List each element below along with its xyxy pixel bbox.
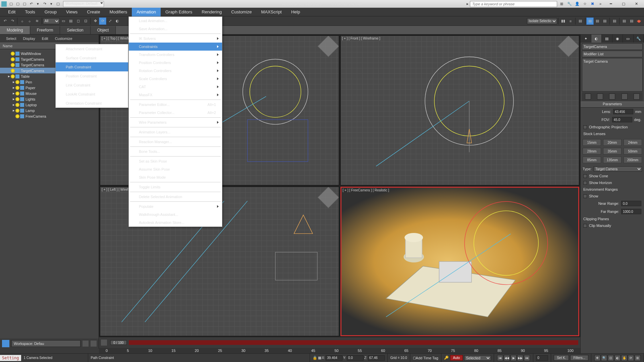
expand-icon[interactable]: ▸	[12, 80, 15, 84]
tree-item[interactable]: FreeCamera	[0, 113, 99, 119]
stack-item[interactable]: Target Camera	[583, 59, 641, 63]
create-tab[interactable]: ✦	[581, 35, 591, 43]
menu-item[interactable]: Save Animation...	[129, 25, 222, 33]
show-result-icon[interactable]	[597, 94, 603, 100]
visibility-icon[interactable]	[11, 63, 15, 67]
play-icon[interactable]: ▶	[511, 355, 517, 361]
zoom-extents-icon[interactable]: ⊡	[608, 355, 614, 361]
key-filter-dropdown[interactable]: Selected	[464, 355, 491, 361]
time-tag[interactable]: ▢ Add Time Tag	[410, 354, 441, 362]
menu-item[interactable]: MassFX	[129, 91, 222, 99]
move-icon[interactable]: ✥	[92, 17, 99, 25]
expand-icon[interactable]: ▸	[12, 91, 15, 96]
visibility-icon[interactable]	[11, 57, 15, 61]
workspace-dropdown[interactable]: Workspace: Default	[63, 1, 104, 7]
time-track[interactable]	[129, 340, 578, 345]
ortho-checkbox[interactable]	[583, 125, 587, 129]
se-menu-customize[interactable]: Customize	[52, 37, 76, 41]
configure-icon[interactable]	[634, 94, 640, 100]
menu-maxscript[interactable]: MAXScript	[257, 8, 286, 16]
max-toggle-icon[interactable]: ⊞	[635, 355, 641, 361]
menu-item[interactable]: Surface Constraint	[56, 53, 128, 62]
auto-key-button[interactable]: Auto	[450, 355, 463, 361]
menu-item[interactable]: Animation Layers...	[129, 128, 222, 136]
pan-view-icon[interactable]: ✋	[621, 355, 627, 361]
person-icon[interactable]	[91, 341, 97, 347]
pin-icon[interactable]	[585, 94, 591, 100]
grid-icon[interactable]: ⊞	[558, 1, 565, 7]
rotate-icon[interactable]: ⟳	[99, 17, 106, 25]
lens-input[interactable]	[613, 109, 633, 114]
layer-icon[interactable]: ▤	[577, 17, 584, 25]
goto-end-icon[interactable]: ⏭	[524, 355, 530, 361]
menu-item[interactable]: Position Constraint	[56, 71, 128, 80]
save-icon[interactable]: ▢	[21, 1, 28, 7]
new-icon[interactable]: ▢	[8, 1, 14, 7]
menu-item[interactable]: Toggle Limits	[129, 183, 222, 191]
selection-filter[interactable]: All	[43, 18, 60, 24]
scale-icon[interactable]: ⤢	[106, 17, 114, 25]
menu-item[interactable]: Path Constraint	[56, 62, 128, 71]
modify-tab[interactable]: ◐	[591, 35, 602, 43]
se-menu-select[interactable]: Select	[3, 37, 20, 41]
more-icon[interactable]: »	[597, 1, 604, 7]
menu-item[interactable]: Load Animation...	[129, 17, 222, 25]
menu-item[interactable]: Scale Controllers	[129, 75, 222, 83]
menu-item[interactable]: Walkthrough Assistant...	[129, 210, 222, 219]
key-filters-button[interactable]: Filters...	[570, 355, 588, 361]
material-editor-icon[interactable]: ▤	[601, 17, 608, 25]
showhorizon-checkbox[interactable]	[583, 181, 587, 185]
close-button[interactable]: ✕	[631, 1, 642, 7]
ribbon-tab-object[interactable]: Object	[91, 26, 116, 34]
undo-drop-icon[interactable]: ▾	[35, 1, 41, 7]
align-icon[interactable]: ≡	[567, 17, 574, 25]
lock-icon[interactable]: 🔒	[313, 356, 317, 360]
lens-preset-button[interactable]: 28mm	[583, 148, 601, 155]
near-range-input[interactable]	[621, 201, 641, 206]
se-menu-edit[interactable]: Edit	[39, 37, 52, 41]
link-icon[interactable]: ▢	[55, 1, 61, 7]
mirror-icon[interactable]: ▮▮	[559, 17, 567, 25]
menu-item[interactable]: Parameter Editor...Alt+1	[129, 101, 222, 109]
display-tab[interactable]: ▭	[623, 35, 634, 43]
lens-preset-button[interactable]: 24mm	[624, 139, 642, 146]
far-range-input[interactable]	[621, 209, 641, 214]
menu-item[interactable]: Rotation Controllers	[129, 67, 222, 75]
next-frame-icon[interactable]: ▶▶	[517, 355, 523, 361]
rect-region-icon[interactable]: ◻	[74, 17, 82, 25]
menu-item[interactable]: CAT	[129, 83, 222, 91]
menu-item[interactable]: IK Solvers	[129, 35, 222, 43]
visibility-icon[interactable]	[15, 97, 19, 101]
viewport-label[interactable]: [ + ] [ Front ] [ Wireframe ]	[342, 37, 380, 40]
redo-icon[interactable]: ↷	[9, 17, 16, 25]
tree-item[interactable]: ▸Lamp	[0, 108, 99, 113]
maxscript-listener[interactable]: Setting	[0, 355, 21, 361]
menu-rendering[interactable]: Rendering	[197, 8, 226, 16]
expand-icon[interactable]: ▸	[12, 103, 15, 107]
ribbon-tab-freeform[interactable]: Freeform	[30, 26, 60, 34]
lens-preset-button[interactable]: 85mm	[583, 157, 601, 163]
minimize-button[interactable]: ━	[605, 1, 616, 7]
menu-help[interactable]: Help	[286, 8, 305, 16]
lens-preset-button[interactable]: 200mm	[624, 157, 642, 163]
search-input[interactable]	[470, 1, 557, 7]
menu-group[interactable]: Group	[40, 8, 61, 16]
show-env-checkbox[interactable]	[583, 194, 587, 198]
menu-item[interactable]: Skin Pose Mode	[129, 173, 222, 181]
expand-icon[interactable]: ▸	[7, 74, 11, 78]
chevron-right-icon[interactable]: ▸	[467, 2, 469, 6]
modifier-stack[interactable]: Target Camera	[582, 58, 643, 92]
ribbon-tab-modeling[interactable]: Modeling	[0, 26, 30, 34]
hierarchy-tab[interactable]: ▤	[602, 35, 612, 43]
menu-item[interactable]: Populate	[129, 202, 222, 210]
menu-item[interactable]: Assume Skin Pose	[129, 165, 222, 173]
expand-icon[interactable]: ▸	[12, 108, 15, 113]
visibility-icon[interactable]	[15, 114, 19, 118]
render-frame-icon[interactable]: ▤	[621, 17, 628, 25]
x-icon[interactable]: ✖	[589, 1, 596, 7]
wrench-icon[interactable]: 🔧	[566, 1, 573, 7]
lens-preset-button[interactable]: 20mm	[603, 139, 622, 146]
menu-graph-editors[interactable]: Graph Editors	[161, 8, 197, 16]
menu-modifiers[interactable]: Modifiers	[105, 8, 132, 16]
orbit-icon[interactable]: ⟳	[628, 355, 634, 361]
